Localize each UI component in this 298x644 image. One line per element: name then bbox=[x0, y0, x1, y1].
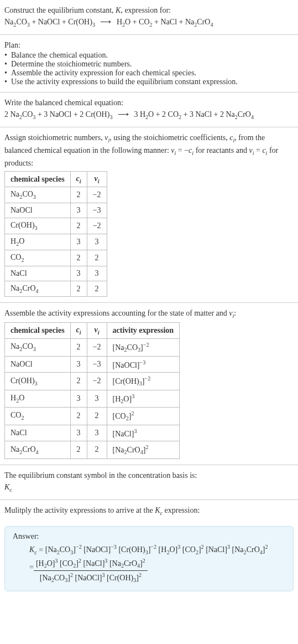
cell-species: NaCl bbox=[5, 266, 71, 281]
cell-vi: 2 bbox=[87, 281, 107, 297]
cell-ci: 3 bbox=[70, 425, 87, 441]
cell-vi: −3 bbox=[87, 356, 107, 373]
reaction-arrow-icon: ⟶ bbox=[97, 18, 114, 26]
cell-vi: 3 bbox=[87, 425, 107, 441]
cell-species: Na2CrO4 bbox=[5, 441, 71, 458]
cell-vi: 2 bbox=[87, 408, 107, 425]
cell-activity: [Na2CO3]−2 bbox=[107, 339, 180, 356]
col-species: chemical species bbox=[5, 171, 71, 187]
cell-ci: 3 bbox=[70, 356, 87, 373]
cell-activity: [H2O]3 bbox=[107, 390, 180, 407]
balanced-equation-section: Write the balanced chemical equation: 2 … bbox=[0, 92, 298, 127]
cell-species: NaOCl bbox=[5, 356, 71, 373]
eq-lhs: Na2CO3 + NaOCl + Cr(OH)3 bbox=[4, 18, 95, 26]
unbalanced-equation: Na2CO3 + NaOCl + Cr(OH)3 ⟶ H2O + CO2 + N… bbox=[4, 16, 294, 29]
cell-ci: 3 bbox=[70, 234, 87, 250]
prompt-text-prefix: Construct the equilibrium constant, bbox=[4, 6, 116, 14]
bullet-icon: • bbox=[4, 69, 11, 78]
equals-sign: = bbox=[39, 545, 45, 554]
cell-ci: 2 bbox=[70, 339, 87, 356]
cell-ci: 3 bbox=[70, 266, 87, 281]
cell-species: Cr(OH)3 bbox=[5, 373, 71, 390]
table-row: Cr(OH)32−2[Cr(OH)3]−2 bbox=[5, 373, 180, 390]
cell-vi: 3 bbox=[87, 390, 107, 407]
cell-species: NaOCl bbox=[5, 203, 71, 218]
cell-activity: [Cr(OH)3]−2 bbox=[107, 373, 180, 390]
table-row: Na2CO32−2[Na2CO3]−2 bbox=[5, 339, 180, 356]
cell-species: Na2CO3 bbox=[5, 339, 71, 356]
kc-symbol: Kc bbox=[4, 481, 294, 494]
cell-ci: 2 bbox=[70, 408, 87, 425]
kc-denominator: [Na2CO3]2 [NaOCl]3 [Cr(OH)3]2 bbox=[34, 571, 148, 583]
cell-activity: [NaOCl]−3 bbox=[107, 356, 180, 373]
cell-vi: 3 bbox=[87, 234, 107, 250]
table-row: Na2CrO422 bbox=[5, 281, 107, 297]
activity-table: chemical species ci νi activity expressi… bbox=[4, 322, 180, 458]
plan-item-text: Use the activity expressions to build th… bbox=[11, 78, 238, 86]
col-activity-expression: activity expression bbox=[107, 323, 180, 339]
cell-vi: 2 bbox=[87, 441, 107, 458]
reaction-arrow-icon: ⟶ bbox=[114, 110, 132, 119]
kc-fraction-line: = [H2O]3 [CO2]2 [NaCl]3 [Na2CrO4]2 [Na2C… bbox=[29, 558, 285, 583]
cell-activity: [CO2]2 bbox=[107, 408, 180, 425]
cell-ci: 2 bbox=[70, 187, 87, 203]
bullet-icon: • bbox=[4, 78, 11, 86]
cell-species: CO2 bbox=[5, 408, 71, 425]
kc-numerator: [H2O]3 [CO2]2 [NaCl]3 [Na2CrO4]2 bbox=[34, 558, 148, 570]
stoichiometric-table: chemical species ci νi Na2CO32−2 NaOCl3−… bbox=[4, 171, 107, 297]
answer-label: Answer: bbox=[13, 532, 285, 541]
cell-ci: 2 bbox=[70, 281, 87, 297]
col-ci: ci bbox=[70, 171, 87, 187]
cell-vi: 2 bbox=[87, 250, 107, 266]
col-ci: ci bbox=[70, 323, 87, 339]
bullet-icon: • bbox=[4, 51, 11, 60]
bullet-icon: • bbox=[4, 60, 11, 69]
table-row: Na2CO32−2 bbox=[5, 187, 107, 203]
cell-ci: 2 bbox=[70, 441, 87, 458]
cell-ci: 2 bbox=[70, 218, 87, 234]
plan-section: Plan: •Balance the chemical equation. •D… bbox=[0, 35, 298, 92]
table-row: H2O33[H2O]3 bbox=[5, 390, 180, 407]
plan-item-text: Determine the stoichiometric numbers. bbox=[11, 60, 132, 69]
cell-species: NaCl bbox=[5, 425, 71, 441]
col-vi: νi bbox=[87, 171, 107, 187]
table-row: NaCl33 bbox=[5, 266, 107, 281]
prompt-text-suffix: , expression for: bbox=[121, 6, 171, 14]
cell-species: H2O bbox=[5, 390, 71, 407]
cell-species: Na2CO3 bbox=[5, 187, 71, 203]
cell-ci: 3 bbox=[70, 390, 87, 407]
cell-species: Cr(OH)3 bbox=[5, 218, 71, 234]
col-species: chemical species bbox=[5, 323, 71, 339]
stoich-intro: Assign stoichiometric numbers, νi, using… bbox=[4, 132, 294, 169]
kc-expression: Kc = [Na2CO3]−2 [NaOCl]−3 [Cr(OH)3]−2 [H… bbox=[13, 543, 285, 583]
cell-activity: [Na2CrO4]2 bbox=[107, 441, 180, 458]
k-symbol: K bbox=[116, 6, 121, 14]
equals-sign: = bbox=[29, 558, 34, 572]
cell-vi: −2 bbox=[87, 218, 107, 234]
cell-vi: −2 bbox=[87, 339, 107, 356]
plan-heading: Plan: bbox=[4, 39, 294, 51]
kc-fraction: [H2O]3 [CO2]2 [NaCl]3 [Na2CrO4]2 [Na2CO3… bbox=[34, 558, 148, 583]
kc-symbol-inline: Kc bbox=[29, 545, 37, 554]
cell-ci: 2 bbox=[70, 373, 87, 390]
balanced-heading: Write the balanced chemical equation: bbox=[4, 97, 294, 109]
plan-item: •Assemble the activity expression for ea… bbox=[4, 69, 294, 78]
cell-activity: [NaCl]3 bbox=[107, 425, 180, 441]
table-row: NaOCl3−3 bbox=[5, 203, 107, 218]
cell-species: CO2 bbox=[5, 250, 71, 266]
basis-text: The equilibrium constant symbol in the c… bbox=[4, 470, 294, 481]
table-row: NaOCl3−3[NaOCl]−3 bbox=[5, 356, 180, 373]
activity-heading: Assemble the activity expressions accoun… bbox=[4, 307, 294, 320]
balanced-rhs: 3 H2O + 2 CO2 + 3 NaCl + 2 Na2CrO4 bbox=[134, 110, 254, 119]
kc-flat-product: [Na2CO3]−2 [NaOCl]−3 [Cr(OH)3]−2 [H2O]3 … bbox=[45, 545, 268, 554]
col-vi: νi bbox=[87, 323, 107, 339]
answer-box: Answer: Kc = [Na2CO3]−2 [NaOCl]−3 [Cr(OH… bbox=[4, 526, 294, 591]
cell-ci: 2 bbox=[70, 250, 87, 266]
kc-flat-line: Kc = [Na2CO3]−2 [NaOCl]−3 [Cr(OH)3]−2 [H… bbox=[29, 543, 285, 557]
table-row: CO222 bbox=[5, 250, 107, 266]
balanced-equation: 2 Na2CO3 + 3 NaOCl + 2 Cr(OH)3 ⟶ 3 H2O +… bbox=[4, 109, 294, 121]
activity-section: Assemble the activity expressions accoun… bbox=[0, 303, 298, 465]
prompt-line-1: Construct the equilibrium constant, K, e… bbox=[4, 4, 294, 16]
table-row: Cr(OH)32−2 bbox=[5, 218, 107, 234]
eq-rhs: H2O + CO2 + NaCl + Na2CrO4 bbox=[117, 18, 213, 26]
